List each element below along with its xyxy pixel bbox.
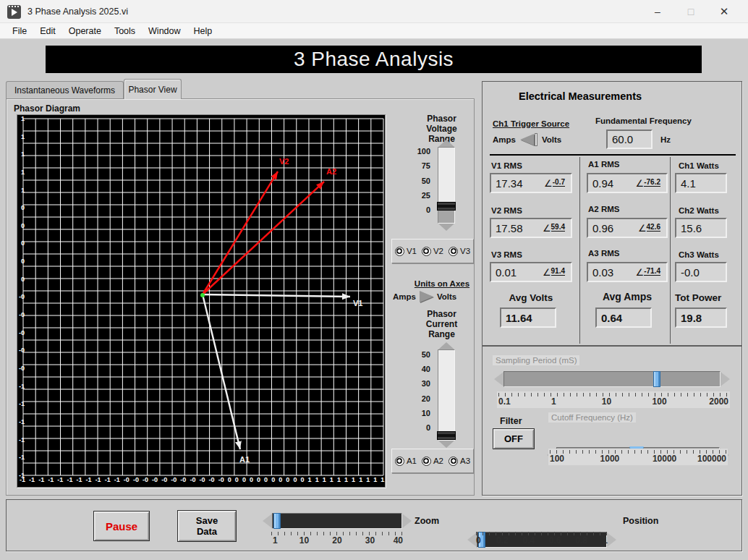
ch2-watts-label: Ch2 Watts bbox=[679, 206, 719, 215]
voltage-slider-down-arrow[interactable] bbox=[438, 224, 454, 231]
menu-help[interactable]: Help bbox=[187, 25, 219, 38]
v3-rms-label: V3 RMS bbox=[491, 250, 522, 259]
angle-icon: ∠ bbox=[543, 267, 551, 278]
tick-label: 0 bbox=[228, 476, 231, 485]
menu-edit[interactable]: Edit bbox=[33, 25, 62, 38]
filter-off-button[interactable]: OFF bbox=[493, 428, 535, 449]
tick-label: 1 bbox=[373, 476, 377, 485]
ch2-watts-value: 15.6 bbox=[675, 218, 727, 238]
filter-label: Filter bbox=[500, 416, 522, 426]
phasor-plot-canvas: V1A1V2A2 bbox=[17, 115, 386, 488]
current-slider-channel[interactable] bbox=[438, 349, 455, 441]
radio-a3[interactable]: A3 bbox=[449, 457, 470, 466]
menu-bar: File Edit Operate Tools Window Help bbox=[0, 23, 748, 39]
zoom-right-arrow[interactable] bbox=[402, 514, 412, 528]
menu-file[interactable]: File bbox=[6, 25, 33, 38]
angle-icon: ∠ bbox=[638, 223, 647, 234]
tick-label: -1 bbox=[38, 476, 44, 485]
tick-label: 0 bbox=[301, 476, 305, 485]
tick-label: 1 bbox=[21, 187, 25, 194]
trigger-pointer[interactable] bbox=[520, 134, 534, 145]
ch3-watts-value: -0.0 bbox=[675, 262, 727, 282]
radio-v3[interactable]: V3 bbox=[449, 247, 470, 256]
units-volts-label: Volts bbox=[437, 292, 456, 301]
pause-button[interactable]: Pause bbox=[93, 511, 150, 541]
sampling-period-slider[interactable] bbox=[494, 370, 730, 389]
radio-a1[interactable]: A1 bbox=[395, 457, 417, 466]
minimize-button[interactable]: – bbox=[641, 0, 674, 23]
units-on-axes-switch[interactable]: Amps Volts bbox=[393, 291, 483, 302]
tick-label: 0 bbox=[257, 476, 260, 485]
units-pointer[interactable] bbox=[420, 291, 433, 302]
bottom-control-bar: Pause SaveData 1 10 20 30 40 Zoom 0 0.2 bbox=[6, 499, 742, 551]
tick-label: 1 bbox=[366, 476, 370, 485]
ch3-watts-label: Ch3 Watts bbox=[679, 250, 719, 259]
tick-label: 1 bbox=[21, 133, 25, 140]
sampling-handle[interactable] bbox=[653, 371, 660, 387]
voltage-slider-handle[interactable] bbox=[437, 202, 456, 211]
phasor-diagram-label: Phasor Diagram bbox=[14, 103, 80, 114]
avg-volts-value: 11.64 bbox=[500, 307, 556, 328]
units-amps-label: Amps bbox=[393, 292, 416, 301]
zoom-left-arrow[interactable] bbox=[263, 514, 272, 528]
radio-v1-icon bbox=[395, 247, 404, 256]
tick-label: 0 bbox=[21, 222, 25, 229]
tab-instantaneous-waveforms[interactable]: Instantaneous Waveforms bbox=[6, 81, 124, 99]
sampling-left-arrow[interactable] bbox=[494, 372, 503, 386]
tick-label: 0 bbox=[426, 424, 430, 432]
current-slider-down-arrow[interactable] bbox=[438, 441, 454, 448]
voltage-range-scale: 1007550250 bbox=[406, 148, 430, 214]
sampling-right-arrow[interactable] bbox=[721, 372, 730, 386]
acquisition-settings-panel: Sampling Period (mS) 0.1 1 10 100 2000 F… bbox=[482, 346, 742, 496]
y-axis-labels: 1111100000-0-0-0-0-0-1-1-1-1-1-1 bbox=[16, 115, 25, 479]
radio-v1[interactable]: V1 bbox=[395, 247, 417, 256]
a1-rms-value: 0.94 ∠-76.2 bbox=[587, 173, 668, 193]
current-slider-handle[interactable] bbox=[437, 431, 456, 440]
voltage-slider-up-arrow[interactable] bbox=[438, 140, 454, 147]
zoom-handle[interactable] bbox=[273, 513, 281, 529]
measurements-divider bbox=[490, 154, 736, 156]
phasor-current-range-slider[interactable] bbox=[436, 342, 456, 448]
radio-a2[interactable]: A2 bbox=[422, 457, 443, 466]
tick-label: -0 bbox=[133, 476, 139, 485]
phasor-diagram-plot[interactable]: V1A1V2A2 1111100000-0-0-0-0-0-1-1-1-1-1-… bbox=[17, 114, 386, 488]
tick-label: 0 bbox=[279, 476, 282, 485]
trigger-pointer-bar bbox=[535, 133, 537, 146]
voltage-slider-channel[interactable] bbox=[438, 147, 455, 224]
trigger-amps-label: Amps bbox=[493, 135, 516, 144]
banner: 3 Phase Analysis bbox=[46, 46, 702, 73]
angle-icon: ∠ bbox=[636, 267, 645, 278]
tick-label: 1 bbox=[21, 150, 25, 158]
save-data-button[interactable]: SaveData bbox=[177, 510, 237, 542]
close-button[interactable]: ✕ bbox=[707, 0, 741, 23]
maximize-button[interactable]: □ bbox=[674, 0, 707, 23]
tick-label: 0 bbox=[271, 476, 275, 485]
tick-label: -1 bbox=[57, 476, 63, 485]
tick-label: 1 bbox=[330, 476, 333, 485]
menu-tools[interactable]: Tools bbox=[108, 25, 142, 38]
tick-label: 75 bbox=[422, 162, 430, 170]
menu-window[interactable]: Window bbox=[142, 25, 187, 38]
tick-label: 50 bbox=[422, 351, 430, 359]
position-right-arrow[interactable] bbox=[607, 533, 616, 547]
fundamental-frequency-field[interactable]: 60.0 bbox=[606, 130, 653, 149]
current-slider-up-arrow[interactable] bbox=[438, 342, 454, 349]
sampling-scale: 0.1 1 10 100 2000 bbox=[497, 391, 730, 408]
tick-label: 1 bbox=[352, 476, 355, 485]
tick-label: 1 bbox=[323, 476, 326, 485]
tab-phasor-view[interactable]: Phasor View bbox=[124, 79, 182, 99]
phasor-voltage-range-slider[interactable] bbox=[436, 140, 456, 231]
trigger-source-switch[interactable]: Amps Volts bbox=[493, 133, 587, 146]
menu-operate[interactable]: Operate bbox=[62, 25, 108, 38]
tick-label: 1 bbox=[21, 115, 25, 122]
tick-label: 0 bbox=[250, 476, 253, 485]
tick-label: -0 bbox=[19, 311, 25, 318]
zoom-slider[interactable] bbox=[263, 512, 412, 530]
a3-rms-label: A3 RMS bbox=[588, 249, 619, 258]
col-divider-2 bbox=[670, 157, 671, 344]
avg-volts-label: Avg Volts bbox=[490, 292, 572, 303]
ch1-watts-value: 4.1 bbox=[675, 173, 727, 193]
sampling-track[interactable] bbox=[503, 371, 721, 387]
radio-v2[interactable]: V2 bbox=[422, 247, 443, 256]
zoom-track[interactable] bbox=[272, 513, 402, 529]
